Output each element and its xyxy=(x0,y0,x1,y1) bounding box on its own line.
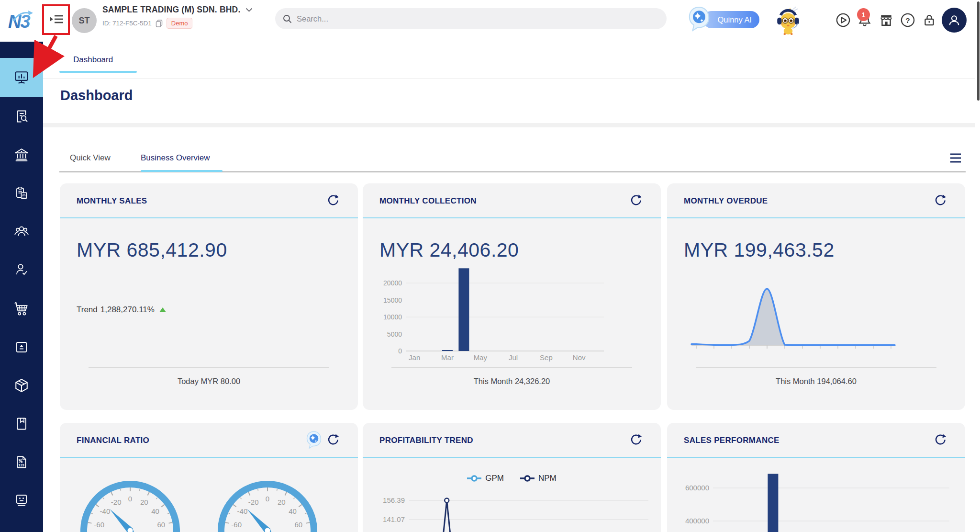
profile-avatar-icon[interactable] xyxy=(942,8,967,33)
card-title: MONTHLY COLLECTION xyxy=(379,196,477,206)
users-group-icon xyxy=(14,224,29,238)
svg-text:15000: 15000 xyxy=(383,296,402,304)
store-icon[interactable] xyxy=(878,11,895,29)
sidebar-item-ledger-book[interactable] xyxy=(0,405,43,443)
package-cube-icon xyxy=(14,378,29,393)
scrollbar-thumb[interactable] xyxy=(977,1,980,101)
person-check-icon xyxy=(14,262,29,277)
refresh-icon[interactable] xyxy=(934,194,947,207)
company-name: SAMPLE TRADING (M) SDN. BHD. xyxy=(102,5,241,15)
quinny-mascot-avatar[interactable] xyxy=(775,6,802,35)
quinny-ai-insight-icon[interactable] xyxy=(305,430,323,450)
svg-text:Jul: Jul xyxy=(509,353,518,362)
monthly-sales-footer: Today MYR 80.00 xyxy=(60,377,358,386)
chevron-down-icon[interactable] xyxy=(245,8,253,12)
svg-text:20: 20 xyxy=(140,498,148,506)
tab-quick-view[interactable]: Quick View xyxy=(70,153,111,163)
sidebar-item-document-search[interactable] xyxy=(0,97,43,136)
svg-text:-20: -20 xyxy=(248,498,259,506)
svg-text:400000: 400000 xyxy=(685,517,709,525)
svg-text:10000: 10000 xyxy=(383,313,402,321)
card-title: FINANCIAL RATIO xyxy=(77,436,149,445)
svg-text:Mar: Mar xyxy=(441,353,454,362)
help-circle-icon[interactable]: ? xyxy=(899,11,916,29)
svg-text:May: May xyxy=(474,353,488,362)
trend-up-icon xyxy=(159,307,166,312)
sales-performance-bar-chart: 600000400000 xyxy=(681,471,954,532)
divider xyxy=(43,78,975,79)
card-profitability-trend: PROFITABILITY TREND GPM NPM 156.3 xyxy=(363,423,661,532)
n3-logo-icon[interactable]: N3 xyxy=(8,9,36,33)
monthly-overdue-value: MYR 199,463.52 xyxy=(684,239,835,261)
dashboard-monitor-icon xyxy=(14,70,29,85)
sidebar-toggle-menu-icon[interactable] xyxy=(46,10,67,30)
legend-item-gpm[interactable]: GPM xyxy=(467,474,504,483)
sidebar-item-tax-rates[interactable]: 123 xyxy=(0,443,43,481)
sidebar-item-clipboard-calculator[interactable] xyxy=(0,174,43,212)
company-selector[interactable]: SAMPLE TRADING (M) SDN. BHD. ID: 712-F5C… xyxy=(102,5,253,29)
chart-legend: GPM NPM xyxy=(363,474,661,483)
sidebar-item-partial[interactable] xyxy=(0,523,43,532)
sidebar-item-shopping-cart[interactable] xyxy=(0,290,43,328)
svg-text:0: 0 xyxy=(266,495,269,503)
card-title: PROFITABILITY TREND xyxy=(379,436,473,445)
card-monthly-overdue: MONTHLY OVERDUE MYR 199,463.52 This Mont… xyxy=(667,183,965,410)
legend-label: GPM xyxy=(485,474,504,483)
refresh-icon[interactable] xyxy=(934,433,947,447)
sidebar-item-dashboard[interactable] xyxy=(0,58,43,97)
card-header-divider xyxy=(667,457,965,458)
svg-text:-60: -60 xyxy=(231,521,242,529)
card-financial-ratio: FINANCIAL RATIO -60-40-200204060-60-40-2… xyxy=(60,423,358,532)
svg-text:123: 123 xyxy=(18,463,24,467)
search-bar[interactable] xyxy=(275,8,667,29)
card-header-divider xyxy=(363,457,661,458)
card-header-divider xyxy=(60,217,358,218)
svg-text:-40: -40 xyxy=(237,507,248,515)
lock-icon[interactable] xyxy=(921,11,938,29)
content-gutter-divider xyxy=(975,42,975,532)
quinny-ai-button[interactable]: Quinny AI xyxy=(703,11,759,28)
section-separator xyxy=(43,123,975,127)
tab-business-overview[interactable]: Business Overview xyxy=(141,153,210,163)
search-input[interactable] xyxy=(297,14,659,23)
card-footer-divider xyxy=(89,367,329,368)
dashboard-options-menu-icon[interactable] xyxy=(949,152,962,164)
book-bookmark-icon xyxy=(14,417,29,431)
svg-text:Sep: Sep xyxy=(540,353,553,362)
svg-text:Jan: Jan xyxy=(409,353,420,362)
trend-value: 1,288,270.11% xyxy=(100,305,155,315)
main-content: Dashboard Dashboard Quick View Business … xyxy=(43,42,980,532)
svg-text:Nov: Nov xyxy=(573,353,586,362)
sidebar-item-bank[interactable] xyxy=(0,136,43,174)
monthly-sales-value: MYR 685,412.90 xyxy=(77,239,227,261)
sidebar-nav: 123 xyxy=(0,42,43,532)
refresh-icon[interactable] xyxy=(326,433,340,447)
svg-text:0: 0 xyxy=(398,347,402,355)
sidebar-item-pos-terminal[interactable] xyxy=(0,481,43,520)
refresh-icon[interactable] xyxy=(629,433,643,447)
sidebar-item-person-check[interactable] xyxy=(0,250,43,289)
svg-text:60: 60 xyxy=(157,521,165,529)
company-avatar-initials: ST xyxy=(78,16,89,26)
breadcrumb-tab-underline xyxy=(59,71,137,73)
quinny-ai-bubble-icon[interactable] xyxy=(687,6,711,33)
monthly-collection-footer: This Month 24,326.20 xyxy=(363,377,661,386)
document-search-icon xyxy=(14,109,29,124)
active-tab-underline xyxy=(141,170,223,172)
sidebar-item-stock-in[interactable] xyxy=(0,328,43,366)
svg-text:-40: -40 xyxy=(100,507,111,515)
breadcrumb-tab-dashboard[interactable]: Dashboard xyxy=(73,55,113,65)
svg-text:20: 20 xyxy=(278,498,286,506)
refresh-icon[interactable] xyxy=(629,194,643,207)
copy-icon[interactable] xyxy=(156,20,163,27)
financial-ratio-gauges: -60-40-200204060-60-40-200204060 xyxy=(65,469,352,532)
refresh-icon[interactable] xyxy=(326,194,340,207)
company-avatar[interactable]: ST xyxy=(72,8,97,33)
sidebar-item-package[interactable] xyxy=(0,366,43,405)
play-circle-icon[interactable] xyxy=(835,11,852,29)
search-icon xyxy=(283,14,292,23)
sidebar-item-users-group[interactable] xyxy=(0,212,43,250)
demo-badge: Demo xyxy=(167,18,193,29)
legend-item-npm[interactable]: NPM xyxy=(520,474,557,483)
card-header-divider xyxy=(667,217,965,218)
